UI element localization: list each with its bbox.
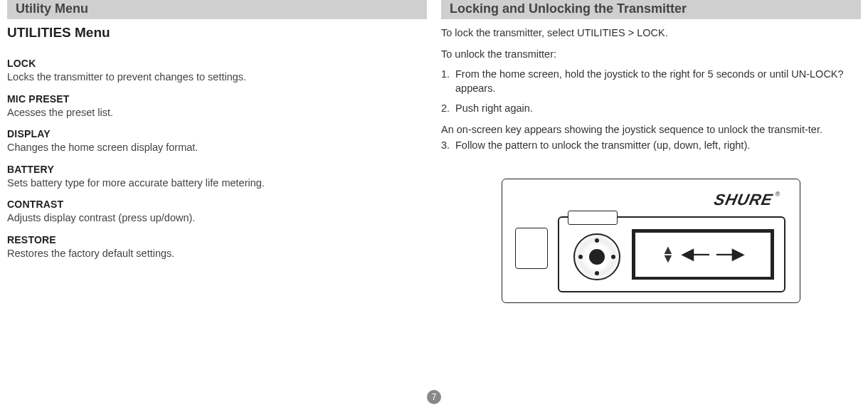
section-title-utility-menu: Utility Menu — [7, 0, 427, 19]
term-lock: LOCK — [7, 53, 427, 70]
term-battery: BATTERY — [7, 159, 427, 176]
left-arrow-icon: ◀― — [682, 246, 709, 262]
unlock-sequence-icons: ▲▼ ◀― ―▶ — [662, 245, 744, 263]
device-button-slot — [568, 211, 618, 225]
step-number: 1. — [441, 68, 455, 95]
desc-restore: Restores the factory default settings. — [7, 247, 427, 265]
device-slot — [515, 228, 548, 269]
step-1: 1. From the home screen, hold the joysti… — [441, 65, 861, 100]
device-lcd: ▲▼ ◀― ―▶ — [632, 229, 774, 280]
joystick-dot-left — [578, 255, 583, 259]
term-contrast: CONTRAST — [7, 194, 427, 211]
step-text: From the home screen, hold the joystick … — [455, 68, 861, 95]
brand-logo: SHURE® — [713, 191, 782, 209]
page-footer: 7 — [0, 390, 868, 404]
step-number: 3. — [441, 139, 455, 153]
page-number: 7 — [427, 390, 441, 404]
heading-utilities-menu: UTILITIES Menu — [7, 23, 427, 48]
joystick-icon — [573, 233, 620, 280]
right-arrow-icon: ―▶ — [716, 246, 744, 262]
term-mic-preset: MIC PRESET — [7, 89, 427, 106]
term-restore: RESTORE — [7, 230, 427, 247]
device-outline: SHURE® — [502, 179, 800, 303]
ordered-steps: 1. From the home screen, hold the joysti… — [441, 65, 861, 120]
step-text: Follow the pattern to unlock the transmi… — [455, 139, 861, 153]
left-column: Utility Menu UTILITIES Menu LOCK Locks t… — [7, 0, 427, 377]
step-3: 3. Follow the pattern to unlock the tran… — [441, 137, 861, 157]
joystick-dot-right — [611, 255, 615, 259]
desc-lock: Locks the transmitter to prevent changes… — [7, 70, 427, 89]
step-2: 2. Push right again. — [441, 100, 861, 120]
section-title-locking: Locking and Unlocking the Transmitter — [441, 0, 861, 19]
desc-mic-preset: Acesses the preset list. — [7, 106, 427, 125]
step-text: Push right again. — [455, 102, 861, 116]
updown-arrow-icon: ▲▼ — [662, 245, 674, 263]
desc-display: Changes the home screen display format. — [7, 141, 427, 159]
step-number: 2. — [441, 102, 455, 116]
device-figure: SHURE® — [441, 179, 861, 303]
paragraph-unlock-intro: To unlock the transmitter: — [441, 45, 861, 66]
desc-contrast: Adjusts display contrast (press up/down)… — [7, 211, 427, 230]
brand-text: SHURE — [713, 191, 775, 208]
joystick-dot-up — [595, 238, 599, 243]
right-column: Locking and Unlocking the Transmitter To… — [441, 0, 861, 377]
joystick-dot-down — [595, 271, 599, 275]
paragraph-onscreen-key: An on-screen key appears showing the joy… — [441, 120, 861, 137]
registered-mark: ® — [776, 191, 781, 198]
term-display: DISPLAY — [7, 124, 427, 141]
desc-battery: Sets battery type for more accurate batt… — [7, 176, 427, 195]
device-panel: ▲▼ ◀― ―▶ — [558, 216, 785, 292]
definition-list: LOCK Locks the transmitter to prevent ch… — [7, 48, 427, 265]
paragraph-lock-instruction: To lock the transmitter, select UTILITIE… — [441, 23, 861, 45]
